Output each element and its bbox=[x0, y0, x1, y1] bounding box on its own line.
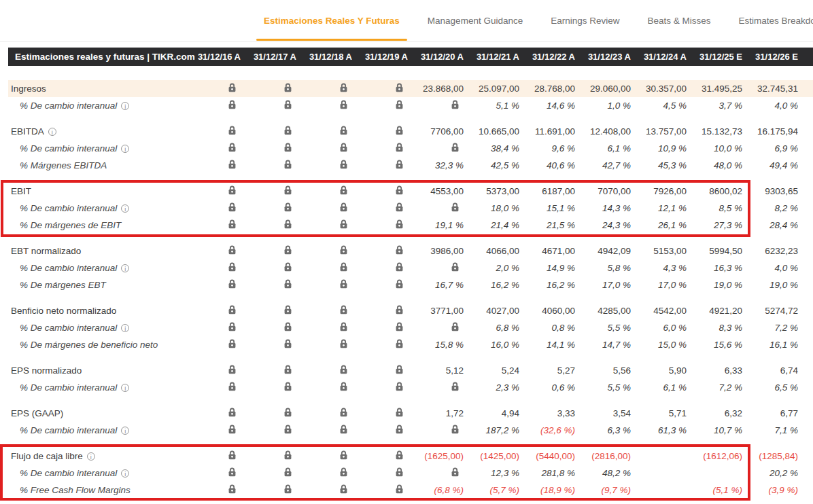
lock-icon[interactable] bbox=[283, 219, 292, 229]
lock-icon[interactable] bbox=[395, 202, 404, 212]
lock-icon[interactable] bbox=[451, 100, 460, 109]
lock-icon[interactable] bbox=[395, 484, 404, 494]
lock-icon[interactable] bbox=[228, 219, 237, 229]
lock-icon[interactable] bbox=[395, 279, 404, 289]
lock-icon[interactable] bbox=[451, 382, 460, 391]
lock-icon[interactable] bbox=[339, 126, 348, 135]
lock-icon[interactable] bbox=[339, 262, 348, 272]
lock-icon[interactable] bbox=[395, 83, 404, 92]
lock-icon[interactable] bbox=[228, 365, 237, 374]
lock-icon[interactable] bbox=[339, 484, 348, 494]
lock-icon[interactable] bbox=[395, 160, 404, 169]
lock-icon[interactable] bbox=[339, 365, 348, 374]
lock-icon[interactable] bbox=[228, 467, 237, 477]
lock-icon[interactable] bbox=[339, 322, 348, 331]
info-icon[interactable]: i bbox=[48, 128, 56, 136]
lock-icon[interactable] bbox=[283, 425, 292, 434]
lock-icon[interactable] bbox=[339, 408, 348, 417]
lock-icon[interactable] bbox=[395, 467, 404, 477]
lock-icon[interactable] bbox=[228, 262, 237, 272]
lock-icon[interactable] bbox=[395, 143, 404, 152]
lock-icon[interactable] bbox=[395, 262, 404, 272]
lock-icon[interactable] bbox=[451, 425, 460, 434]
lock-icon[interactable] bbox=[339, 305, 348, 314]
lock-icon[interactable] bbox=[283, 160, 292, 169]
lock-icon[interactable] bbox=[339, 100, 348, 109]
lock-icon[interactable] bbox=[228, 83, 237, 92]
lock-icon[interactable] bbox=[395, 450, 404, 460]
lock-icon[interactable] bbox=[395, 305, 404, 314]
lock-icon[interactable] bbox=[395, 126, 404, 135]
info-icon[interactable]: i bbox=[121, 384, 129, 392]
lock-icon[interactable] bbox=[228, 484, 237, 494]
lock-icon[interactable] bbox=[339, 425, 348, 434]
lock-icon[interactable] bbox=[228, 126, 237, 135]
info-icon[interactable]: i bbox=[87, 452, 95, 461]
lock-icon[interactable] bbox=[228, 100, 237, 109]
lock-icon[interactable] bbox=[283, 185, 292, 195]
lock-icon[interactable] bbox=[395, 322, 404, 331]
lock-icon[interactable] bbox=[451, 467, 460, 477]
info-icon[interactable]: i bbox=[121, 427, 129, 435]
lock-icon[interactable] bbox=[283, 245, 292, 255]
lock-icon[interactable] bbox=[283, 322, 292, 331]
lock-icon[interactable] bbox=[228, 245, 237, 255]
lock-icon[interactable] bbox=[451, 143, 460, 152]
lock-icon[interactable] bbox=[228, 143, 237, 152]
lock-icon[interactable] bbox=[339, 450, 348, 460]
lock-icon[interactable] bbox=[228, 339, 237, 348]
lock-icon[interactable] bbox=[283, 339, 292, 348]
lock-icon[interactable] bbox=[283, 83, 292, 92]
lock-icon[interactable] bbox=[228, 160, 237, 169]
lock-icon[interactable] bbox=[339, 467, 348, 477]
lock-icon[interactable] bbox=[283, 382, 292, 391]
lock-icon[interactable] bbox=[395, 425, 404, 434]
lock-icon[interactable] bbox=[228, 450, 237, 460]
tab-management-guidance[interactable]: Management Guidance bbox=[420, 0, 530, 41]
lock-icon[interactable] bbox=[283, 484, 292, 494]
tab-beats-misses[interactable]: Beats & Misses bbox=[640, 0, 718, 41]
lock-icon[interactable] bbox=[283, 126, 292, 135]
lock-icon[interactable] bbox=[228, 185, 237, 195]
lock-icon[interactable] bbox=[339, 339, 348, 348]
lock-icon[interactable] bbox=[395, 382, 404, 391]
lock-icon[interactable] bbox=[283, 100, 292, 109]
lock-icon[interactable] bbox=[339, 219, 348, 229]
tab-estimates-breakdown[interactable]: Estimates Breakdown bbox=[731, 0, 813, 41]
lock-icon[interactable] bbox=[228, 322, 237, 331]
lock-icon[interactable] bbox=[395, 100, 404, 109]
lock-icon[interactable] bbox=[283, 467, 292, 477]
lock-icon[interactable] bbox=[228, 425, 237, 434]
lock-icon[interactable] bbox=[395, 245, 404, 255]
info-icon[interactable]: i bbox=[121, 324, 129, 332]
info-icon[interactable]: i bbox=[121, 469, 129, 478]
info-icon[interactable]: i bbox=[121, 264, 129, 272]
lock-icon[interactable] bbox=[451, 322, 460, 331]
lock-icon[interactable] bbox=[339, 202, 348, 212]
lock-icon[interactable] bbox=[339, 185, 348, 195]
lock-icon[interactable] bbox=[283, 202, 292, 212]
lock-icon[interactable] bbox=[283, 279, 292, 289]
info-icon[interactable]: i bbox=[121, 102, 129, 110]
lock-icon[interactable] bbox=[395, 408, 404, 417]
lock-icon[interactable] bbox=[228, 202, 237, 212]
info-icon[interactable]: i bbox=[121, 145, 129, 153]
lock-icon[interactable] bbox=[451, 262, 460, 272]
tab-earnings-review[interactable]: Earnings Review bbox=[543, 0, 627, 41]
lock-icon[interactable] bbox=[283, 408, 292, 417]
lock-icon[interactable] bbox=[395, 365, 404, 374]
lock-icon[interactable] bbox=[228, 408, 237, 417]
info-icon[interactable]: i bbox=[121, 204, 129, 213]
lock-icon[interactable] bbox=[283, 143, 292, 152]
lock-icon[interactable] bbox=[395, 219, 404, 229]
lock-icon[interactable] bbox=[339, 245, 348, 255]
lock-icon[interactable] bbox=[339, 279, 348, 289]
lock-icon[interactable] bbox=[339, 160, 348, 169]
lock-icon[interactable] bbox=[339, 382, 348, 391]
lock-icon[interactable] bbox=[283, 365, 292, 374]
lock-icon[interactable] bbox=[451, 202, 460, 212]
lock-icon[interactable] bbox=[395, 339, 404, 348]
lock-icon[interactable] bbox=[339, 143, 348, 152]
lock-icon[interactable] bbox=[228, 305, 237, 314]
lock-icon[interactable] bbox=[283, 450, 292, 460]
